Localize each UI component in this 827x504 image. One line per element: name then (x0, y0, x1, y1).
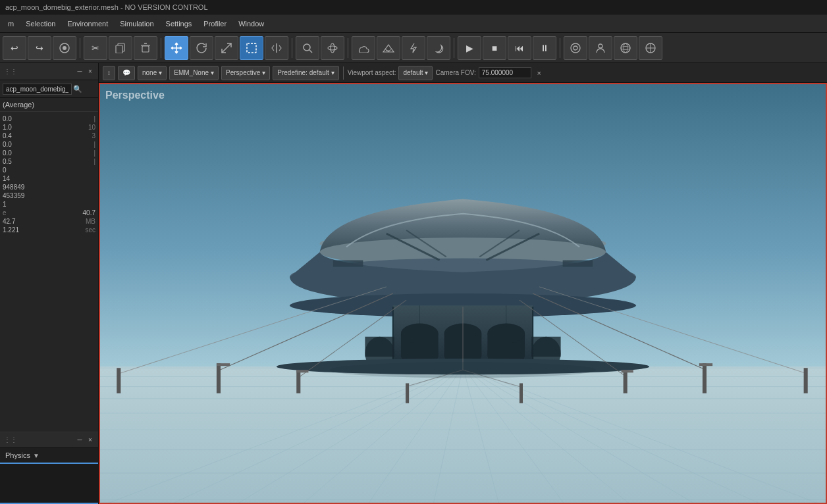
svg-rect-26 (100, 366, 826, 503)
svg-rect-83 (296, 370, 308, 372)
svg-rect-70 (365, 337, 394, 357)
svg-rect-8 (247, 43, 256, 53)
prev-button[interactable]: ⏮ (508, 36, 531, 60)
svg-rect-81 (217, 363, 230, 366)
search-icon[interactable]: 🔍 (72, 83, 84, 95)
average-label: (Average) (0, 98, 98, 112)
left-panel-header: ⋮⋮ ─ × (0, 63, 98, 80)
svg-point-20 (624, 43, 627, 53)
separator-1 (80, 38, 80, 58)
panel-dots: ⋮⋮ (4, 68, 17, 75)
copy-button[interactable] (109, 36, 132, 60)
panel-close-button[interactable]: × (86, 68, 94, 76)
svg-line-7 (222, 43, 231, 53)
mirror-button[interactable] (265, 36, 288, 60)
panel-controls: ─ × (76, 68, 94, 76)
aspect-dropdown[interactable]: default ▾ (398, 66, 433, 80)
rotate-button[interactable] (190, 36, 213, 60)
orbit-button[interactable] (321, 36, 344, 60)
object-button[interactable] (53, 36, 76, 60)
viewport-canvas[interactable]: Perspective (99, 83, 827, 504)
svg-marker-15 (385, 49, 392, 52)
physics-tab-label: Physics ▼ (5, 451, 40, 459)
stat-row: 1.221sec (3, 226, 95, 234)
bottom-panel-controls: ─ × (76, 436, 94, 444)
stat-row: 0.5| (3, 157, 95, 166)
menu-m[interactable]: m (3, 17, 19, 30)
select-move-button[interactable] (165, 36, 188, 60)
panel-pin-button[interactable]: ─ (76, 68, 84, 76)
menu-settings[interactable]: Settings (161, 17, 198, 30)
stop-button[interactable]: ■ (483, 36, 506, 60)
stat-row: 0 (3, 166, 95, 174)
moon-button[interactable] (427, 36, 450, 60)
menu-selection[interactable]: Selection (20, 17, 61, 30)
terrain-button[interactable] (377, 36, 400, 60)
bottom-left-panel: ⋮⋮ ─ × Physics ▼ (0, 432, 98, 504)
redo-button[interactable]: ↪ (28, 36, 51, 60)
svg-point-16 (574, 46, 577, 50)
viewport-comment-icon[interactable]: 💬 (118, 66, 135, 80)
scene-svg (100, 84, 826, 503)
weather-button[interactable] (352, 36, 375, 60)
viewport-move-icon[interactable]: ↕ (103, 66, 115, 80)
stat-row: 0.43 (3, 132, 95, 140)
user-button[interactable] (589, 36, 612, 60)
svg-rect-88 (622, 370, 633, 372)
svg-point-62 (401, 323, 439, 343)
bottom-panel-close[interactable]: × (86, 436, 94, 444)
svg-rect-87 (624, 370, 627, 393)
play-button[interactable]: ▶ (458, 36, 481, 60)
menu-simulation[interactable]: Simulation (115, 17, 159, 30)
physics-tab-dropdown[interactable]: ▼ (33, 452, 40, 459)
svg-point-17 (571, 43, 580, 53)
svg-rect-84 (117, 368, 120, 393)
menu-bar: m Selection Environment Simulation Setti… (0, 14, 827, 33)
svg-point-19 (621, 43, 630, 53)
svg-point-18 (599, 44, 602, 48)
lightning-button[interactable] (402, 36, 425, 60)
stat-row: 14 (3, 174, 95, 183)
stats-panel: 0.0| 1.010 0.43 0.0| 0.0| 0.5| 0 14 9488… (0, 112, 98, 432)
svg-point-1 (63, 46, 67, 50)
zoom-button[interactable] (296, 36, 319, 60)
svg-rect-85 (703, 363, 707, 393)
network-button[interactable] (639, 36, 662, 60)
sphere-button[interactable] (614, 36, 637, 60)
svg-rect-72 (531, 337, 560, 357)
svg-rect-3 (116, 45, 122, 53)
bottom-panel-pin[interactable]: ─ (76, 436, 84, 444)
perspective-dropdown[interactable]: Perspective ▾ (221, 66, 270, 80)
svg-point-12 (328, 46, 337, 50)
svg-rect-86 (699, 363, 712, 366)
svg-point-13 (331, 43, 334, 53)
main-layout: ⋮⋮ ─ × 🔍 (Average) 0.0| 1.010 0.43 0.0| … (0, 63, 827, 504)
filter-dropdown[interactable]: none ▾ (138, 66, 167, 80)
menu-window[interactable]: Window (233, 17, 269, 30)
fov-close-button[interactable]: × (534, 68, 545, 78)
region-select-button[interactable] (240, 36, 263, 60)
emm-dropdown[interactable]: EMM_None ▾ (169, 66, 219, 80)
stat-row: 1.010 (3, 123, 95, 132)
viewport: ↕ 💬 none ▾ EMM_None ▾ Perspective ▾ Pred… (99, 63, 827, 504)
stat-row: 0.0| (3, 140, 95, 149)
stat-row: 1 (3, 200, 95, 209)
camera-fov-input[interactable] (479, 67, 531, 78)
undo-button[interactable]: ↩ (3, 36, 26, 60)
search-bar: 🔍 (0, 80, 98, 98)
menu-environment[interactable]: Environment (62, 17, 113, 30)
physics-tab[interactable]: Physics ▼ (0, 448, 98, 464)
title-bar: acp_moon_domebig_exterior.mesh - NO VERS… (0, 0, 827, 14)
search-input[interactable] (3, 84, 72, 95)
delete-button[interactable] (134, 36, 157, 60)
settings-button[interactable] (564, 36, 587, 60)
cut-button[interactable]: ✂ (84, 36, 107, 60)
separator-4 (348, 38, 348, 58)
svg-rect-4 (142, 46, 149, 52)
pause-button[interactable]: ⏸ (533, 36, 556, 60)
scale-button[interactable] (215, 36, 238, 60)
stat-row: e40.7 (3, 209, 95, 217)
predefine-dropdown[interactable]: Predefine: default ▾ (273, 66, 338, 80)
menu-profiler[interactable]: Profiler (198, 17, 232, 30)
svg-line-11 (309, 50, 312, 53)
